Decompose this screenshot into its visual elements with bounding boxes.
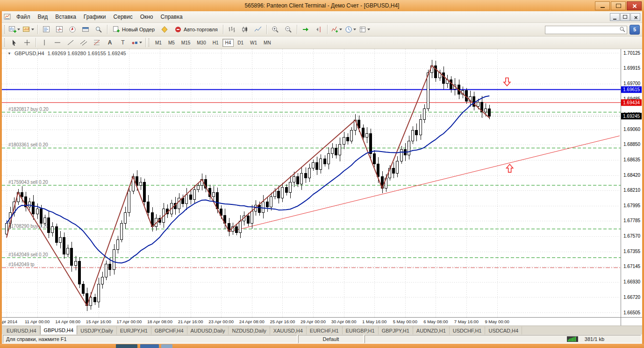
- chart-tab-gbpusd[interactable]: GBPUSD,H4: [40, 325, 78, 334]
- zoom-in-button[interactable]: [269, 24, 282, 35]
- zoom-out-button[interactable]: [282, 24, 295, 35]
- svg-text:9 May 00:00: 9 May 00:00: [485, 319, 509, 324]
- timeframe-m15[interactable]: M15: [179, 39, 193, 47]
- timeframe-h4[interactable]: H4: [222, 39, 234, 47]
- chart-svg[interactable]: #1820817 buy 0.20#1803361 sell 0.20#1759…: [2, 49, 642, 326]
- menu-item-insert[interactable]: Вставка: [51, 12, 80, 22]
- channel-button[interactable]: [77, 37, 90, 48]
- menu-item-help[interactable]: Справка: [157, 12, 186, 22]
- svg-text:1.69060: 1.69060: [623, 127, 641, 132]
- timeframe-m5[interactable]: M5: [165, 39, 178, 47]
- close-icon: [632, 4, 637, 8]
- svg-text:1.69245: 1.69245: [623, 114, 640, 119]
- terminal-icon: [82, 26, 89, 33]
- text-button[interactable]: A: [103, 37, 116, 48]
- chart-tab-nzdusd[interactable]: NZDUSD,Daily: [229, 326, 270, 334]
- timeframe-m1[interactable]: M1: [152, 39, 165, 47]
- crosshair-button[interactable]: [21, 37, 34, 48]
- dropdown-caret-icon: [31, 29, 34, 30]
- chart-tab-eurjpy[interactable]: EURJPY,H1: [117, 326, 151, 334]
- search-icon[interactable]: [619, 26, 626, 33]
- svg-text:1.67355: 1.67355: [623, 249, 641, 254]
- taskbar-app-button[interactable]: [116, 344, 137, 348]
- horizontal-line-button[interactable]: [51, 37, 64, 48]
- timeframe-d1[interactable]: D1: [235, 39, 246, 47]
- maximize-button[interactable]: [611, 1, 626, 10]
- search-input[interactable]: [545, 26, 627, 34]
- strategy-tester-button[interactable]: [92, 24, 105, 35]
- svg-text:1.69915: 1.69915: [623, 65, 641, 71]
- data-window-button[interactable]: [53, 24, 66, 35]
- trendline-button[interactable]: [64, 37, 77, 48]
- timeframe-mn[interactable]: MN: [261, 39, 274, 47]
- chart-tab-eurusd[interactable]: EURUSD,H4: [3, 326, 40, 334]
- chart-tab-eurgbp[interactable]: EURGBP,H1: [343, 326, 379, 334]
- mdi-minimize-button[interactable]: [610, 13, 620, 21]
- timeframe-m30[interactable]: M30: [194, 39, 208, 47]
- profiles-button[interactable]: [21, 24, 36, 35]
- chart-area[interactable]: #1820817 buy 0.20#1803361 sell 0.20#1759…: [2, 49, 642, 326]
- periods-button[interactable]: [343, 24, 358, 35]
- menu-item-file[interactable]: Файл: [13, 12, 34, 22]
- minimize-button[interactable]: [595, 1, 610, 10]
- chart-candles-button[interactable]: [238, 24, 251, 35]
- chart-tab-usdjpy[interactable]: USDJPY,Daily: [77, 326, 117, 334]
- svg-text:15 Apr 16:00: 15 Apr 16:00: [86, 319, 111, 324]
- svg-text:23 Apr 00:00: 23 Apr 00:00: [208, 319, 234, 324]
- mdi-restore-button[interactable]: [620, 13, 630, 21]
- svg-text:9 Apr 2014: 9 Apr 2014: [2, 319, 17, 324]
- market-watch-button[interactable]: [40, 24, 53, 35]
- connection-signal-icon: [567, 336, 578, 342]
- chart-line-button[interactable]: [251, 24, 265, 35]
- menu-item-charts[interactable]: Графики: [80, 12, 110, 22]
- maximize-icon: [616, 4, 621, 8]
- toolbar-separator: [266, 25, 267, 34]
- chart-tab-audusd[interactable]: AUDUSD,Daily: [187, 326, 229, 334]
- metaeditor-button[interactable]: [158, 24, 171, 35]
- status-profile[interactable]: Default: [323, 336, 339, 342]
- close-button[interactable]: [627, 1, 642, 10]
- chart-tab-gbpchf[interactable]: GBPCHF,H4: [151, 326, 187, 334]
- svg-text:1.69700: 1.69700: [623, 81, 641, 86]
- indicators-button[interactable]: [329, 24, 343, 35]
- chart-tab-xauusd[interactable]: XAUUSD,H4: [270, 326, 307, 334]
- chart-tab-audnzd[interactable]: AUDNZD,H1: [413, 326, 450, 334]
- templates-button[interactable]: [358, 24, 372, 35]
- vertical-line-button[interactable]: [38, 37, 51, 48]
- svg-text:7 May 16:00: 7 May 16:00: [454, 319, 479, 324]
- fibonacci-button[interactable]: [90, 37, 103, 48]
- menu-item-service[interactable]: Сервис: [110, 12, 136, 22]
- cursor-button[interactable]: [7, 37, 21, 48]
- channel-icon: [80, 39, 87, 46]
- text-tool-icon: A: [108, 40, 112, 45]
- new-order-icon: [113, 26, 120, 33]
- menu-item-view[interactable]: Вид: [34, 12, 52, 22]
- svg-text:1.69434: 1.69434: [623, 100, 640, 105]
- svg-text:1.67145: 1.67145: [623, 264, 641, 269]
- auto-scroll-button[interactable]: [299, 24, 312, 35]
- taskbar-app-button[interactable]: [161, 344, 172, 348]
- new-chart-button[interactable]: [7, 24, 21, 35]
- timeframe-h1[interactable]: H1: [210, 39, 222, 47]
- chart-tab-eurchf[interactable]: EURCHF,H1: [307, 326, 343, 334]
- terminal-button[interactable]: [79, 24, 92, 35]
- text-label-button[interactable]: T: [116, 37, 129, 48]
- chart-tab-usdchf[interactable]: USDCHF,H1: [450, 326, 486, 334]
- timeframe-w1[interactable]: W1: [247, 39, 260, 47]
- symbol-dropdown-icon[interactable]: ▼: [7, 51, 11, 56]
- profiles-icon: [23, 26, 30, 33]
- new-order-button[interactable]: Новый Ордер: [109, 24, 158, 35]
- chart-bars-button[interactable]: [225, 24, 238, 35]
- chart-tab-usdcad[interactable]: USDCAD,H4: [485, 326, 522, 334]
- navigator-button[interactable]: [66, 24, 79, 35]
- arrows-tool-button[interactable]: [129, 37, 143, 48]
- svg-text:6 May 08:00: 6 May 08:00: [423, 319, 448, 324]
- autotrading-button[interactable]: Авто-торговля: [171, 24, 221, 35]
- templates-icon: [359, 26, 366, 33]
- menu-item-window[interactable]: Окно: [136, 12, 157, 22]
- chart-tab-gbpjpy[interactable]: GBPJPY,H1: [379, 326, 413, 334]
- mdi-close-button[interactable]: [630, 13, 640, 21]
- taskbar-app-button[interactable]: [140, 344, 159, 348]
- community-badge[interactable]: 5: [630, 25, 640, 35]
- chart-shift-button[interactable]: [312, 24, 325, 35]
